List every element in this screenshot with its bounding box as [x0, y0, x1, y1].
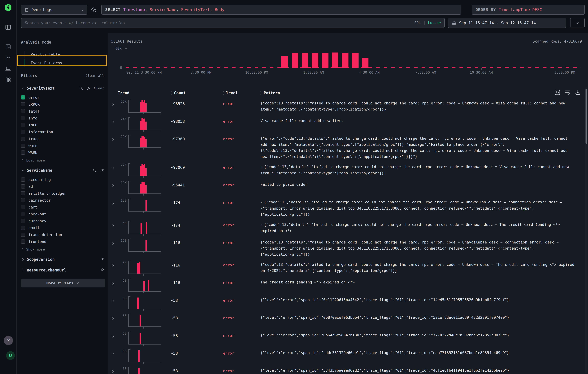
tab-results-table[interactable]: Results Table [21, 50, 104, 59]
pin-icon[interactable] [87, 86, 91, 90]
checkbox-unchecked[interactable] [21, 219, 25, 223]
pattern-text[interactable]: Failed to place order [261, 181, 582, 188]
row-expander-icon[interactable] [111, 135, 118, 142]
download-icon[interactable] [575, 89, 581, 95]
code-block-icon[interactable] [554, 89, 560, 95]
filter-option-frontend[interactable]: frontend [21, 238, 104, 245]
histogram-bar[interactable] [292, 53, 298, 68]
column-divider[interactable] [223, 93, 224, 93]
pattern-row[interactable]: 22K~95441errorFailed to place order [111, 179, 582, 197]
checkbox-unchecked[interactable] [21, 102, 25, 106]
histogram-bar[interactable] [312, 53, 318, 68]
wrap-text-icon[interactable] [565, 89, 571, 95]
filter-option-Information[interactable]: Information [21, 128, 104, 135]
row-expander-icon[interactable] [111, 198, 118, 205]
checkbox-unchecked[interactable] [21, 205, 25, 209]
scrollbar-thumb[interactable] [586, 89, 587, 144]
filter-option-fatal[interactable]: fatal [21, 108, 104, 115]
filter-option-trace[interactable]: trace [21, 135, 104, 142]
pin-icon[interactable] [100, 168, 104, 172]
checkbox-unchecked[interactable] [21, 240, 25, 244]
row-expander-icon[interactable] [111, 296, 118, 303]
user-avatar[interactable]: U [6, 351, 15, 360]
checkbox-unchecked[interactable] [21, 123, 25, 127]
pattern-text[interactable]: {"error":{"code":13,"details":"failed to… [261, 135, 582, 160]
checkbox-unchecked[interactable] [21, 109, 25, 113]
histogram-bar[interactable] [281, 56, 288, 68]
filter-option-warn[interactable]: warn [21, 142, 104, 149]
checkbox-unchecked[interactable] [21, 116, 25, 120]
checkbox-unchecked[interactable] [21, 178, 25, 182]
source-select[interactable]: Demo Logs [21, 5, 87, 15]
column-divider[interactable] [261, 93, 261, 93]
pattern-text[interactable]: {"code":13,"details":"failed to charge c… [261, 261, 582, 274]
pattern-row[interactable]: 120~116error{"code":13,"details":"failed… [111, 237, 582, 259]
histogram-bar[interactable] [332, 52, 338, 68]
pattern-row[interactable]: 180~174error×{"code":13,"details":"faile… [111, 197, 582, 219]
pin-icon[interactable] [100, 268, 104, 272]
filter-option-artillery-loadgen[interactable]: artillery-loadgen [21, 190, 104, 197]
checkbox-unchecked[interactable] [21, 137, 25, 141]
row-expander-icon[interactable] [111, 331, 118, 338]
row-expander-icon[interactable] [111, 221, 118, 228]
column-header-count[interactable]: Count [171, 91, 223, 95]
pattern-row[interactable]: 22K~98523error{"code":13,"details":"fail… [111, 98, 582, 115]
search-icon[interactable] [92, 168, 96, 172]
filter-option-ad[interactable]: ad [21, 183, 104, 190]
pattern-row[interactable]: 24K~98058errorVisa cache full: cannot ad… [111, 115, 582, 133]
filter-group-header-ResourceSchemaUrl[interactable]: ResourceSchemaUrl [21, 266, 104, 274]
histogram-bar[interactable] [362, 58, 368, 68]
results-histogram[interactable]: 80K 0 Sep 11 3:30:00 PM7:30:00 PM10:30:0… [125, 48, 582, 75]
row-expander-icon[interactable] [111, 366, 118, 374]
filter-show-more-link[interactable]: Show more [21, 246, 104, 253]
row-expander-icon[interactable] [111, 261, 118, 268]
filter-group-header-ServiceName[interactable]: ServiceName [21, 166, 104, 175]
pattern-row[interactable]: 60~58error{"level":"error","span_id":"cd… [111, 347, 582, 365]
checkbox-unchecked[interactable] [21, 130, 25, 134]
checkbox-unchecked[interactable] [21, 151, 25, 155]
filter-option-cainjector[interactable]: cainjector [21, 197, 104, 204]
time-range-picker[interactable]: Sep 11 15:47:14 - Sep 12 15:47:14 [448, 18, 566, 28]
filter-option-info[interactable]: info [21, 115, 104, 121]
column-header-level[interactable]: level [223, 91, 261, 95]
chevron-down-icon[interactable] [21, 168, 25, 172]
column-header-pattern[interactable]: Pattern [261, 91, 582, 95]
filter-load-more-link[interactable]: Load more [21, 157, 104, 164]
pin-icon[interactable] [100, 257, 104, 262]
filter-clear-button[interactable]: Clear [94, 86, 104, 90]
pattern-row[interactable]: 60~58error{"level":"error","span_id":"eb… [111, 312, 582, 330]
pattern-text[interactable]: {"level":"error","span_id":"334357bae9ed… [261, 366, 582, 374]
pattern-text[interactable]: Visa cache full: cannot add new item. [261, 117, 582, 124]
dashboards-icon[interactable] [3, 75, 13, 85]
pattern-text[interactable]: The credit card (ending <*> expired on <… [261, 278, 582, 285]
pattern-row[interactable]: 22K~97069error×{"code":13,"details":"fai… [111, 161, 582, 179]
search-icon[interactable] [79, 86, 83, 90]
pattern-row[interactable]: 60~116errorThe credit card (ending <*> e… [111, 277, 582, 294]
logs-search-icon[interactable] [3, 42, 13, 52]
pattern-text[interactable]: {"level":"error","span_id":"6b64c6c58842… [261, 331, 582, 338]
filter-option-WARN[interactable]: WARN [21, 149, 104, 156]
histogram-bar[interactable] [322, 53, 328, 68]
histogram-bar[interactable] [352, 53, 358, 68]
more-filters-button[interactable]: More filters [21, 279, 105, 287]
filter-option-error[interactable]: ✓error [21, 94, 104, 101]
checkbox-unchecked[interactable] [21, 191, 25, 195]
vertical-scrollbar[interactable] [585, 87, 588, 373]
checkbox-unchecked[interactable] [21, 144, 25, 148]
filter-option-accounting[interactable]: accounting [21, 176, 104, 183]
checkbox-unchecked[interactable] [21, 212, 25, 216]
filter-option-checkout[interactable]: checkout [21, 211, 104, 217]
run-query-button[interactable] [570, 18, 585, 28]
row-expander-icon[interactable] [111, 99, 118, 106]
pattern-text[interactable]: {"level":"error","span_id":"eb870ecef063… [261, 314, 582, 321]
mode-sql-toggle[interactable]: SQL [414, 21, 421, 25]
pattern-text[interactable]: ×{"code":13,"details":"failed to charge … [261, 198, 582, 217]
filter-option-ERROR[interactable]: ERROR [21, 101, 104, 108]
pattern-text[interactable]: {"level":"error","span_id":"cddc331329e6… [261, 349, 582, 356]
pattern-row[interactable]: 22K~97360error{"error":{"code":13,"detai… [111, 133, 582, 161]
filter-option-cart[interactable]: cart [21, 204, 104, 211]
row-expander-icon[interactable] [111, 163, 118, 170]
filter-option-fraud-detection[interactable]: fraud-detection [21, 231, 104, 238]
row-expander-icon[interactable] [111, 278, 118, 285]
gear-icon[interactable] [90, 5, 98, 15]
